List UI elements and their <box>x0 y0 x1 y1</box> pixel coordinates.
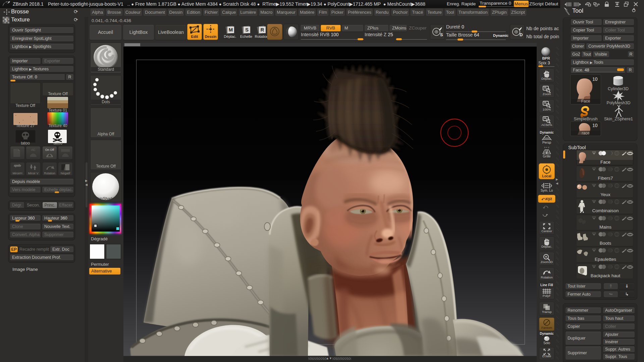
svg-text:D: D <box>520 32 523 37</box>
svg-text:AC: AC <box>31 148 36 152</box>
svg-text:R: R <box>261 27 264 33</box>
svg-text:M: M <box>229 27 233 33</box>
svg-text:S: S <box>245 27 249 33</box>
svg-text:S: S <box>440 32 443 37</box>
svg-text:T: T <box>5 18 7 23</box>
svg-text:On Off: On Off <box>45 148 54 152</box>
